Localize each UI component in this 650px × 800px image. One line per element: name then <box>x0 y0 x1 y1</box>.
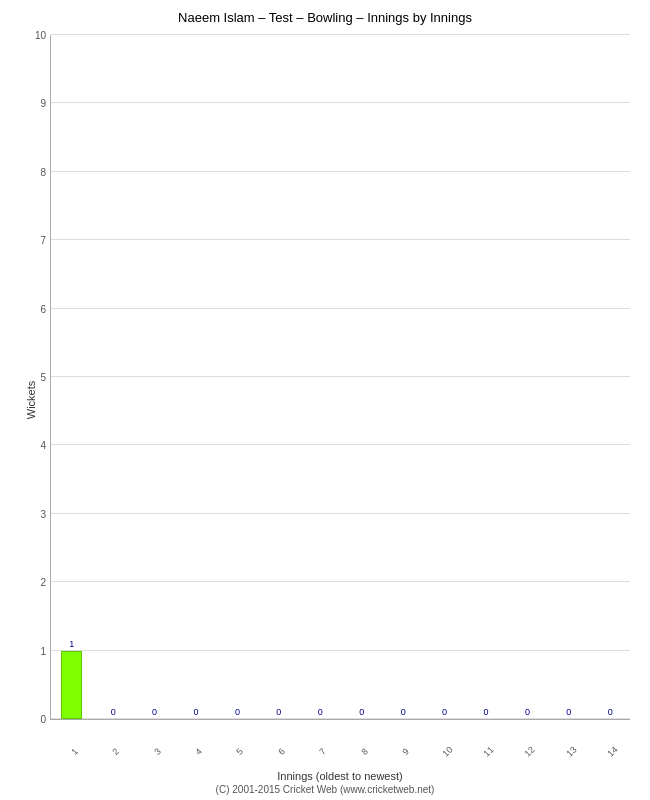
grid-line <box>51 650 630 651</box>
grid-line <box>51 444 630 445</box>
y-tick-label: 3 <box>40 508 46 519</box>
x-labels-container: 1234567891011121314 <box>50 745 630 765</box>
x-tick-label: 5 <box>235 746 246 757</box>
x-tick-label: 10 <box>440 744 454 758</box>
bar-value-label: 0 <box>608 707 613 717</box>
y-axis-title: Wickets <box>25 381 37 420</box>
bar-value-label: 1 <box>69 639 74 649</box>
grid-line <box>51 102 630 103</box>
x-tick-label: 12 <box>523 744 537 758</box>
bar-value-label: 0 <box>276 707 281 717</box>
bar-value-label: 0 <box>442 707 447 717</box>
x-tick-label: 4 <box>193 746 204 757</box>
x-tick-label: 7 <box>318 746 329 757</box>
y-tick-label: 7 <box>40 235 46 246</box>
y-tick-label: 6 <box>40 303 46 314</box>
y-tick-label: 5 <box>40 372 46 383</box>
y-tick-label: 10 <box>35 30 46 41</box>
x-tick-label: 14 <box>606 744 620 758</box>
grid-line <box>51 171 630 172</box>
x-tick-label: 13 <box>564 744 578 758</box>
grid-line <box>51 34 630 35</box>
y-tick-label: 2 <box>40 577 46 588</box>
grid-line <box>51 376 630 377</box>
grid-line <box>51 581 630 582</box>
bar-value-label: 0 <box>193 707 198 717</box>
x-tick-label: 6 <box>276 746 287 757</box>
chart-container: Naeem Islam – Test – Bowling – Innings b… <box>0 0 650 800</box>
bar-value-label: 0 <box>111 707 116 717</box>
bar-value-label: 0 <box>401 707 406 717</box>
grid-line <box>51 718 630 719</box>
x-tick-label: 9 <box>400 746 411 757</box>
x-tick-label: 3 <box>152 746 163 757</box>
x-tick-label: 8 <box>359 746 370 757</box>
x-axis-title: Innings (oldest to newest) <box>50 770 630 782</box>
y-tick-label: 0 <box>40 714 46 725</box>
grid-line <box>51 239 630 240</box>
bar-value-label: 0 <box>235 707 240 717</box>
x-tick-label: 1 <box>69 746 80 757</box>
x-tick-label: 2 <box>110 746 121 757</box>
grid-line <box>51 308 630 309</box>
bar-value-label: 0 <box>359 707 364 717</box>
y-tick-label: 9 <box>40 98 46 109</box>
grid-line <box>51 513 630 514</box>
chart-title: Naeem Islam – Test – Bowling – Innings b… <box>0 0 650 30</box>
bar-value-label: 0 <box>566 707 571 717</box>
bar-value-label: 0 <box>318 707 323 717</box>
bar-value-label: 0 <box>152 707 157 717</box>
chart-area: 01234567891010000000000000 <box>50 35 630 720</box>
y-tick-label: 1 <box>40 645 46 656</box>
x-tick-label: 11 <box>481 744 495 758</box>
footer: (C) 2001-2015 Cricket Web (www.cricketwe… <box>0 784 650 795</box>
bar-value-label: 0 <box>483 707 488 717</box>
bar-value-label: 0 <box>525 707 530 717</box>
y-tick-label: 4 <box>40 440 46 451</box>
y-tick-label: 8 <box>40 166 46 177</box>
bar <box>61 651 82 719</box>
